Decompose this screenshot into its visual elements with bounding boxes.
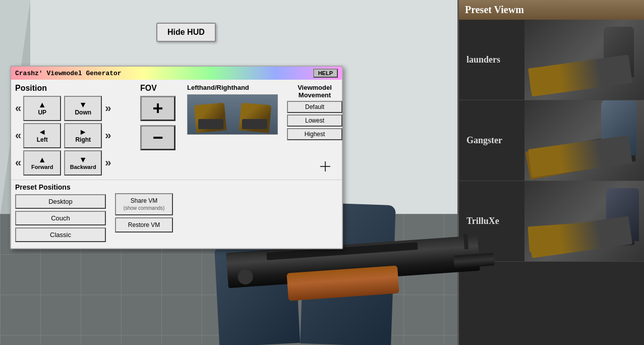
preset-viewmodels-panel: Preset Viewm launders Gangster TrilluXe: [457, 0, 644, 345]
backward-label: Backward: [70, 164, 96, 170]
chevron-left-deco: «: [15, 102, 21, 115]
thumb-gun-body-3: [528, 219, 634, 252]
gun-detail-circle: [238, 269, 254, 285]
preset-label-trilluxe: TrilluXe: [459, 211, 524, 232]
backward-button[interactable]: ▼ Backward: [64, 150, 102, 176]
panel-bottom: Preset Positions Desktop Couch Classic S…: [11, 180, 342, 248]
viewmodel-movement-section: Viewmodel Movement Default Lowest Highes…: [287, 84, 342, 176]
gun-preview-right: [242, 119, 267, 129]
right-arrow-icon: ►: [79, 128, 87, 136]
preset-positions-title: Preset Positions: [15, 183, 111, 191]
right-label: Right: [75, 136, 91, 143]
chevron-left-deco3: «: [15, 156, 21, 169]
preset-viewmodels-header: Preset Viewm: [459, 0, 644, 20]
up-arrow-icon: ▲: [38, 101, 46, 109]
down-label: Down: [75, 109, 91, 116]
preset-img-launders: [524, 20, 644, 100]
desktop-preset-button[interactable]: Desktop: [15, 194, 106, 209]
gun-thumb-gangster: [524, 100, 644, 181]
preset-img-gangster: [524, 100, 644, 181]
panel-body: Position « ▲ UP ▼ Down »: [11, 80, 342, 180]
backward-arrow-icon: ▼: [79, 156, 87, 164]
right-button[interactable]: ► Right: [64, 123, 102, 148]
preset-row-gangster[interactable]: Gangster: [459, 100, 644, 181]
share-restore-section: Share VM (show commands) Restore VM: [115, 193, 173, 244]
preset-label-gangster: Gangster: [459, 130, 524, 151]
vm-title: Viewmodel Movement: [287, 84, 342, 99]
fov-minus-button[interactable]: −: [140, 125, 175, 150]
forward-label: Forward: [31, 164, 53, 170]
leftright-hand-section: Lefthand/Righthand: [187, 84, 283, 176]
help-button[interactable]: HELP: [313, 69, 338, 78]
up-down-row: « ▲ UP ▼ Down »: [15, 96, 136, 121]
preset-label-launders: launders: [459, 49, 524, 70]
classic-preset-button[interactable]: Classic: [15, 227, 106, 242]
forward-backward-row: « ▲ Forward ▼ Backward »: [15, 150, 136, 176]
hide-hud-button[interactable]: Hide HUD: [156, 23, 216, 42]
chevron-right-deco: »: [105, 102, 111, 115]
fov-title: FOV: [140, 84, 183, 93]
up-label: UP: [38, 109, 46, 116]
fov-plus-button[interactable]: +: [140, 96, 175, 121]
preset-img-trilluxe: [524, 181, 644, 261]
hand-preview[interactable]: [187, 94, 278, 135]
panel-titlebar: Crashz' Viewmodel Generator HELP: [11, 67, 342, 80]
forward-button[interactable]: ▲ Forward: [23, 150, 61, 176]
preset-row-launders[interactable]: launders: [459, 20, 644, 100]
up-button[interactable]: ▲ UP: [23, 96, 61, 121]
preset-positions-section: Preset Positions Desktop Couch Classic: [15, 183, 111, 244]
thumb-gun-body-1: [529, 58, 632, 92]
thumb-gun-body-2: [525, 133, 636, 180]
fov-section: FOV + −: [140, 84, 183, 176]
chevron-left-deco2: «: [15, 129, 21, 142]
restore-vm-button[interactable]: Restore VM: [115, 217, 173, 233]
gun-preview-left: [198, 119, 223, 129]
forward-arrow-icon: ▲: [38, 156, 46, 164]
left-label: Left: [37, 136, 48, 143]
left-arrow-icon: ◄: [38, 128, 46, 136]
panel-title: Crashz' Viewmodel Generator: [15, 70, 122, 77]
preset-row-trilluxe[interactable]: TrilluXe: [459, 181, 644, 262]
down-button[interactable]: ▼ Down: [64, 96, 102, 121]
vm-highest-button[interactable]: Highest: [287, 128, 342, 140]
thumb-hand-2: [601, 100, 636, 155]
gun-thumb-trilluxe: [524, 181, 644, 261]
chevron-right-deco3: »: [105, 156, 111, 169]
couch-preset-button[interactable]: Couch: [15, 211, 106, 225]
position-grid: « ▲ UP ▼ Down » « ◄ Left: [15, 96, 136, 176]
vm-default-button[interactable]: Default: [287, 101, 342, 113]
left-right-row: « ◄ Left ► Right »: [15, 123, 136, 148]
right-hand-preview: [239, 102, 271, 133]
vm-lowest-button[interactable]: Lowest: [287, 114, 342, 127]
thumb-hand-1: [604, 27, 634, 77]
left-hand-preview: [194, 102, 226, 133]
thumb-hand-3: [606, 188, 639, 241]
position-title: Position: [15, 84, 136, 93]
leftright-hand-title: Lefthand/Righthand: [187, 84, 283, 91]
left-button[interactable]: ◄ Left: [23, 123, 61, 148]
down-arrow-icon: ▼: [79, 101, 87, 109]
position-section: Position « ▲ UP ▼ Down »: [15, 84, 136, 176]
gun-thumb-launders: [524, 20, 644, 100]
main-panel: Crashz' Viewmodel Generator HELP Positio…: [10, 66, 343, 249]
share-vm-button[interactable]: Share VM (show commands): [115, 193, 173, 215]
chevron-right-deco2: »: [105, 129, 111, 142]
